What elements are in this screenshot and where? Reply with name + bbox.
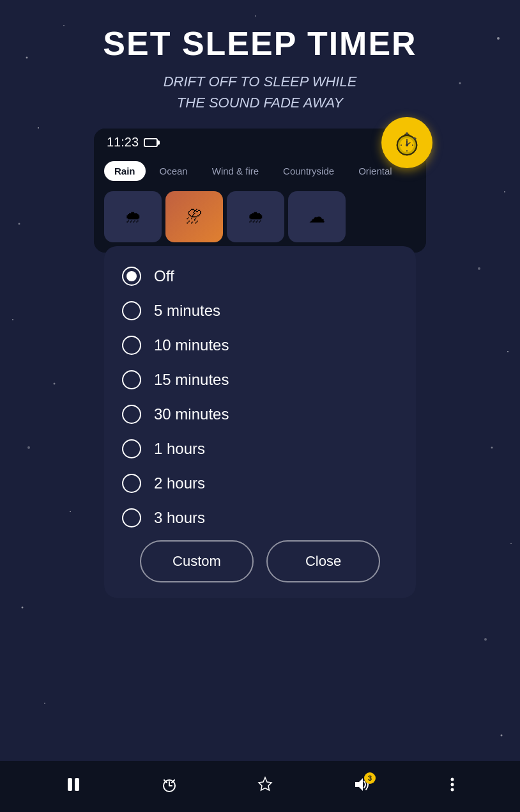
pause-nav-button[interactable]: [65, 776, 82, 797]
radio-5min[interactable]: [122, 301, 141, 320]
svg-marker-43: [355, 778, 363, 791]
phone-status-bar: 11:23: [94, 129, 426, 156]
subtitle-line2: the sound fade away: [177, 95, 343, 111]
stopwatch-icon: [392, 127, 422, 158]
option-15min-label: 15 minutes: [154, 371, 229, 389]
option-15min[interactable]: 15 minutes: [122, 363, 398, 397]
favorites-nav-button[interactable]: [257, 776, 273, 797]
svg-rect-25: [406, 132, 408, 135]
phone-mockup: 11:23 Rain Ocean Wind & fire Countryside…: [94, 129, 426, 604]
radio-3hr[interactable]: [122, 508, 141, 527]
svg-point-46: [451, 788, 454, 791]
radio-1hr[interactable]: [122, 439, 141, 458]
svg-point-44: [451, 777, 454, 781]
radio-2hr[interactable]: [122, 474, 141, 493]
sound-tile-1[interactable]: 🌧: [104, 191, 162, 242]
phone-time: 11:23: [107, 135, 139, 150]
option-off[interactable]: Off: [122, 259, 398, 293]
svg-rect-35: [68, 778, 72, 791]
radio-off-inner: [126, 271, 137, 281]
battery-icon: [144, 138, 158, 147]
radio-15min[interactable]: [122, 370, 141, 389]
option-30min-label: 30 minutes: [154, 405, 229, 423]
page-container: SET SLEEP TIMER Drift off to sleep while…: [0, 0, 520, 604]
svg-point-16: [484, 638, 487, 641]
sound-tiles-row: 🌧 ⛈ 🌧 ☁: [94, 186, 426, 253]
svg-point-45: [451, 783, 454, 786]
action-buttons: Custom Close: [122, 540, 398, 582]
subtitle-line1: Drift off to sleep while: [164, 74, 357, 90]
page-subtitle: Drift off to sleep while the sound fade …: [164, 71, 357, 113]
radio-off[interactable]: [122, 267, 141, 286]
option-5min[interactable]: 5 minutes: [122, 293, 398, 328]
svg-point-34: [406, 144, 408, 146]
option-2hr-label: 2 hours: [154, 474, 205, 492]
svg-point-18: [501, 735, 503, 737]
tab-wind-fire[interactable]: Wind & fire: [202, 161, 269, 181]
timer-icon-circle[interactable]: [381, 117, 432, 168]
more-icon: [450, 776, 455, 793]
option-3hr-label: 3 hours: [154, 509, 205, 527]
svg-point-15: [22, 607, 24, 609]
option-30min[interactable]: 30 minutes: [122, 397, 398, 432]
tab-ocean[interactable]: Ocean: [149, 161, 198, 181]
option-1hr[interactable]: 1 hours: [122, 432, 398, 466]
volume-nav-button[interactable]: 3: [353, 776, 371, 797]
option-3hr[interactable]: 3 hours: [122, 501, 398, 535]
timer-nav-button[interactable]: [161, 776, 178, 797]
radio-10min[interactable]: [122, 336, 141, 355]
close-button[interactable]: Close: [266, 540, 380, 582]
pause-icon: [65, 776, 82, 793]
custom-button[interactable]: Custom: [140, 540, 254, 582]
option-off-label: Off: [154, 267, 174, 285]
star-icon: [257, 776, 273, 793]
option-5min-label: 5 minutes: [154, 302, 220, 320]
more-nav-button[interactable]: [450, 776, 455, 797]
svg-rect-36: [75, 778, 79, 791]
bottom-navigation: 3: [0, 761, 520, 812]
sound-tile-3[interactable]: 🌧: [227, 191, 284, 242]
option-10min[interactable]: 10 minutes: [122, 328, 398, 363]
volume-badge: 3: [364, 772, 376, 784]
svg-marker-42: [259, 777, 271, 790]
tab-countryside[interactable]: Countryside: [273, 161, 344, 181]
alarm-clock-icon: [161, 776, 178, 793]
svg-point-17: [44, 703, 45, 704]
tab-rain[interactable]: Rain: [104, 161, 146, 181]
timer-options-panel: Off 5 minutes 10 minutes 15 minutes 30 m…: [104, 246, 416, 598]
page-title: SET SLEEP TIMER: [103, 26, 417, 62]
option-1hr-label: 1 hours: [154, 440, 205, 458]
option-2hr[interactable]: 2 hours: [122, 466, 398, 501]
sound-tile-2[interactable]: ⛈: [165, 191, 223, 242]
sound-category-tabs: Rain Ocean Wind & fire Countryside Orien…: [94, 156, 426, 186]
option-10min-label: 10 minutes: [154, 336, 229, 354]
radio-30min[interactable]: [122, 405, 141, 424]
phone-screen: 11:23 Rain Ocean Wind & fire Countryside…: [94, 129, 426, 253]
sound-tile-4[interactable]: ☁: [288, 191, 346, 242]
